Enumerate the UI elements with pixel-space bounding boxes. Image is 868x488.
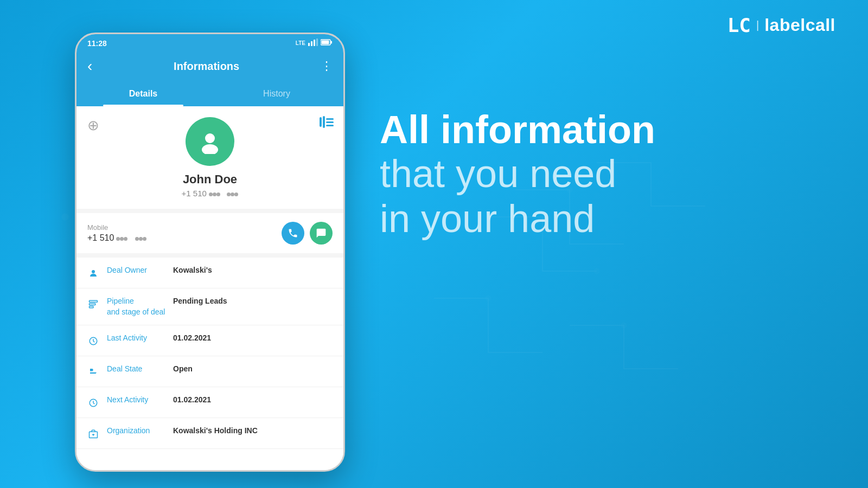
organization-value: Kowalski's Holding INC: [173, 426, 258, 436]
deal-state-icon: [86, 365, 100, 379]
headline-line2: that you need: [380, 151, 835, 196]
labelcall-icon: [320, 116, 334, 131]
svg-rect-25: [90, 306, 94, 308]
logo-text: labelcall: [764, 15, 835, 35]
svg-point-21: [202, 144, 218, 154]
svg-rect-14: [322, 41, 329, 44]
last-activity-icon: [86, 334, 100, 348]
deal-owner-icon: [86, 266, 100, 280]
status-time: 11:28: [87, 39, 107, 48]
add-contact-icon[interactable]: ⊕: [87, 117, 99, 134]
svg-point-2: [594, 268, 599, 274]
organization-icon: [86, 427, 100, 441]
svg-rect-16: [323, 116, 325, 128]
avatar: [186, 117, 234, 166]
mobile-actions: [282, 222, 333, 245]
tab-details[interactable]: Details: [76, 81, 210, 106]
message-button[interactable]: [310, 222, 333, 245]
info-row-organization: Organization Kowalski's Holding INC: [76, 418, 343, 449]
svg-rect-17: [326, 118, 334, 120]
contact-name: John Doe: [183, 172, 237, 187]
contact-card: ⊕ John Doe: [76, 106, 343, 209]
deal-owner-label: Deal Owner: [107, 265, 167, 276]
svg-point-20: [205, 133, 215, 143]
right-panel: All information that you need in your ha…: [380, 108, 835, 241]
next-activity-label: Next Activity: [107, 395, 167, 406]
headline-line3: in your hand: [380, 196, 835, 241]
info-row-pipeline: Pipelineand stage of deal Pending Leads: [76, 288, 343, 325]
status-icons: LTE: [296, 38, 333, 48]
mobile-label: Mobile: [87, 223, 146, 232]
logo: LC | labelcall: [727, 15, 835, 35]
next-activity-value: 01.02.2021: [173, 395, 211, 406]
headline-line1: All information: [380, 108, 835, 151]
logo-icon: LC: [727, 16, 751, 35]
svg-point-3: [486, 296, 491, 301]
battery-icon: [321, 39, 333, 47]
deal-state-label: Deal State: [107, 364, 167, 375]
tabs-bar: Details History: [76, 81, 343, 106]
nav-bar: ‹ Informations ⋮: [76, 51, 343, 81]
info-list: Deal Owner Kowalski's Pipelineand stage …: [76, 258, 343, 470]
more-menu-button[interactable]: ⋮: [321, 59, 333, 73]
svg-rect-11: [316, 38, 318, 46]
svg-rect-24: [90, 304, 95, 305]
tab-history[interactable]: History: [210, 81, 343, 106]
svg-rect-15: [320, 117, 322, 127]
organization-label: Organization: [107, 426, 167, 436]
mobile-row: Mobile +1 510: [76, 213, 343, 253]
svg-rect-19: [326, 125, 334, 126]
lte-indicator: LTE: [296, 40, 305, 46]
info-row-deal-owner: Deal Owner Kowalski's: [76, 258, 343, 288]
svg-rect-13: [331, 41, 333, 44]
svg-point-4: [621, 323, 627, 328]
content-area: ⊕ John Doe: [76, 106, 343, 470]
signal-bars: [308, 38, 318, 48]
mobile-info: Mobile +1 510: [87, 223, 146, 243]
svg-point-22: [92, 270, 95, 273]
phone-frame: 11:28 LTE: [75, 33, 345, 472]
pipeline-value: Pending Leads: [173, 296, 227, 307]
phone-mockup: 11:28 LTE: [75, 33, 346, 477]
info-row-last-activity: Last Activity 01.02.2021: [76, 325, 343, 356]
status-bar: 11:28 LTE: [76, 34, 343, 51]
next-activity-icon: [86, 396, 100, 410]
contact-phone: +1 510: [182, 189, 239, 198]
svg-rect-18: [326, 121, 334, 123]
back-button[interactable]: ‹: [87, 57, 92, 75]
svg-rect-8: [308, 43, 310, 46]
info-row-deal-state: Deal State Open: [76, 356, 343, 387]
deal-state-value: Open: [173, 364, 193, 375]
svg-rect-23: [90, 300, 98, 302]
last-activity-label: Last Activity: [107, 333, 167, 344]
deal-owner-value: Kowalski's: [173, 265, 212, 276]
mobile-number: +1 510: [87, 233, 146, 243]
svg-rect-9: [311, 41, 312, 46]
last-activity-value: 01.02.2021: [173, 333, 211, 344]
info-row-next-activity: Next Activity 01.02.2021: [76, 387, 343, 418]
call-button[interactable]: [282, 222, 304, 245]
pipeline-label: Pipelineand stage of deal: [107, 296, 167, 317]
pipeline-icon: [86, 297, 100, 311]
svg-rect-10: [314, 40, 315, 46]
svg-point-5: [62, 214, 68, 220]
nav-title: Informations: [174, 60, 239, 73]
